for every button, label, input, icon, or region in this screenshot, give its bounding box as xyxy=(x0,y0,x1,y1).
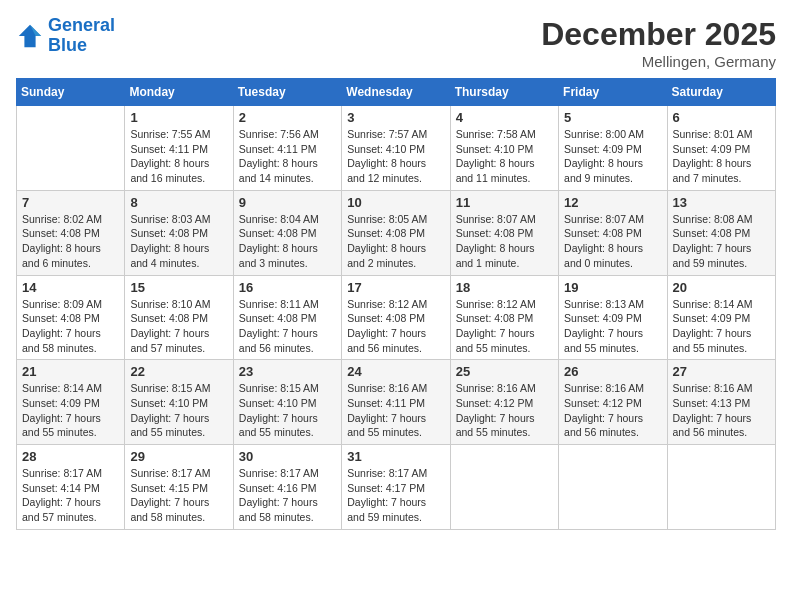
month-year: December 2025 xyxy=(541,16,776,53)
column-header-thursday: Thursday xyxy=(450,79,558,106)
day-number: 20 xyxy=(673,280,770,295)
calendar-cell: 10Sunrise: 8:05 AMSunset: 4:08 PMDayligh… xyxy=(342,190,450,275)
calendar-cell: 26Sunrise: 8:16 AMSunset: 4:12 PMDayligh… xyxy=(559,360,667,445)
calendar-header-row: SundayMondayTuesdayWednesdayThursdayFrid… xyxy=(17,79,776,106)
day-info: Sunrise: 8:15 AMSunset: 4:10 PMDaylight:… xyxy=(130,381,227,440)
calendar-cell xyxy=(17,106,125,191)
day-number: 4 xyxy=(456,110,553,125)
day-number: 24 xyxy=(347,364,444,379)
day-info: Sunrise: 8:00 AMSunset: 4:09 PMDaylight:… xyxy=(564,127,661,186)
calendar-cell: 30Sunrise: 8:17 AMSunset: 4:16 PMDayligh… xyxy=(233,445,341,530)
day-info: Sunrise: 8:03 AMSunset: 4:08 PMDaylight:… xyxy=(130,212,227,271)
calendar-cell: 9Sunrise: 8:04 AMSunset: 4:08 PMDaylight… xyxy=(233,190,341,275)
day-info: Sunrise: 8:07 AMSunset: 4:08 PMDaylight:… xyxy=(564,212,661,271)
day-number: 7 xyxy=(22,195,119,210)
day-info: Sunrise: 8:17 AMSunset: 4:16 PMDaylight:… xyxy=(239,466,336,525)
calendar-week-5: 28Sunrise: 8:17 AMSunset: 4:14 PMDayligh… xyxy=(17,445,776,530)
day-number: 29 xyxy=(130,449,227,464)
day-info: Sunrise: 8:07 AMSunset: 4:08 PMDaylight:… xyxy=(456,212,553,271)
calendar-cell: 22Sunrise: 8:15 AMSunset: 4:10 PMDayligh… xyxy=(125,360,233,445)
day-number: 5 xyxy=(564,110,661,125)
day-number: 21 xyxy=(22,364,119,379)
location: Mellingen, Germany xyxy=(541,53,776,70)
day-info: Sunrise: 8:13 AMSunset: 4:09 PMDaylight:… xyxy=(564,297,661,356)
page-header: General Blue December 2025 Mellingen, Ge… xyxy=(16,16,776,70)
day-info: Sunrise: 8:17 AMSunset: 4:14 PMDaylight:… xyxy=(22,466,119,525)
day-number: 30 xyxy=(239,449,336,464)
day-number: 1 xyxy=(130,110,227,125)
calendar-cell: 20Sunrise: 8:14 AMSunset: 4:09 PMDayligh… xyxy=(667,275,775,360)
column-header-wednesday: Wednesday xyxy=(342,79,450,106)
day-info: Sunrise: 8:14 AMSunset: 4:09 PMDaylight:… xyxy=(22,381,119,440)
calendar-cell: 12Sunrise: 8:07 AMSunset: 4:08 PMDayligh… xyxy=(559,190,667,275)
calendar-cell: 25Sunrise: 8:16 AMSunset: 4:12 PMDayligh… xyxy=(450,360,558,445)
calendar-cell: 21Sunrise: 8:14 AMSunset: 4:09 PMDayligh… xyxy=(17,360,125,445)
day-number: 2 xyxy=(239,110,336,125)
calendar-week-2: 7Sunrise: 8:02 AMSunset: 4:08 PMDaylight… xyxy=(17,190,776,275)
calendar-cell: 28Sunrise: 8:17 AMSunset: 4:14 PMDayligh… xyxy=(17,445,125,530)
day-info: Sunrise: 8:12 AMSunset: 4:08 PMDaylight:… xyxy=(456,297,553,356)
calendar-cell: 23Sunrise: 8:15 AMSunset: 4:10 PMDayligh… xyxy=(233,360,341,445)
calendar-cell: 14Sunrise: 8:09 AMSunset: 4:08 PMDayligh… xyxy=(17,275,125,360)
day-info: Sunrise: 8:16 AMSunset: 4:12 PMDaylight:… xyxy=(564,381,661,440)
calendar-cell: 15Sunrise: 8:10 AMSunset: 4:08 PMDayligh… xyxy=(125,275,233,360)
calendar-cell: 4Sunrise: 7:58 AMSunset: 4:10 PMDaylight… xyxy=(450,106,558,191)
calendar-cell: 5Sunrise: 8:00 AMSunset: 4:09 PMDaylight… xyxy=(559,106,667,191)
calendar-cell: 31Sunrise: 8:17 AMSunset: 4:17 PMDayligh… xyxy=(342,445,450,530)
calendar-cell xyxy=(450,445,558,530)
day-info: Sunrise: 7:55 AMSunset: 4:11 PMDaylight:… xyxy=(130,127,227,186)
day-number: 22 xyxy=(130,364,227,379)
logo-text: General Blue xyxy=(48,16,115,56)
calendar-cell: 13Sunrise: 8:08 AMSunset: 4:08 PMDayligh… xyxy=(667,190,775,275)
day-info: Sunrise: 8:11 AMSunset: 4:08 PMDaylight:… xyxy=(239,297,336,356)
calendar-cell xyxy=(559,445,667,530)
calendar-week-4: 21Sunrise: 8:14 AMSunset: 4:09 PMDayligh… xyxy=(17,360,776,445)
calendar-cell: 7Sunrise: 8:02 AMSunset: 4:08 PMDaylight… xyxy=(17,190,125,275)
day-number: 17 xyxy=(347,280,444,295)
day-info: Sunrise: 8:17 AMSunset: 4:17 PMDaylight:… xyxy=(347,466,444,525)
logo: General Blue xyxy=(16,16,115,56)
day-info: Sunrise: 8:04 AMSunset: 4:08 PMDaylight:… xyxy=(239,212,336,271)
calendar-cell: 16Sunrise: 8:11 AMSunset: 4:08 PMDayligh… xyxy=(233,275,341,360)
day-info: Sunrise: 8:15 AMSunset: 4:10 PMDaylight:… xyxy=(239,381,336,440)
calendar-cell: 18Sunrise: 8:12 AMSunset: 4:08 PMDayligh… xyxy=(450,275,558,360)
day-info: Sunrise: 8:08 AMSunset: 4:08 PMDaylight:… xyxy=(673,212,770,271)
calendar-week-1: 1Sunrise: 7:55 AMSunset: 4:11 PMDaylight… xyxy=(17,106,776,191)
calendar-cell: 6Sunrise: 8:01 AMSunset: 4:09 PMDaylight… xyxy=(667,106,775,191)
calendar-cell: 17Sunrise: 8:12 AMSunset: 4:08 PMDayligh… xyxy=(342,275,450,360)
calendar-cell: 3Sunrise: 7:57 AMSunset: 4:10 PMDaylight… xyxy=(342,106,450,191)
calendar-cell: 24Sunrise: 8:16 AMSunset: 4:11 PMDayligh… xyxy=(342,360,450,445)
day-number: 23 xyxy=(239,364,336,379)
day-info: Sunrise: 8:05 AMSunset: 4:08 PMDaylight:… xyxy=(347,212,444,271)
day-info: Sunrise: 8:09 AMSunset: 4:08 PMDaylight:… xyxy=(22,297,119,356)
day-info: Sunrise: 8:01 AMSunset: 4:09 PMDaylight:… xyxy=(673,127,770,186)
day-info: Sunrise: 7:58 AMSunset: 4:10 PMDaylight:… xyxy=(456,127,553,186)
day-number: 12 xyxy=(564,195,661,210)
column-header-saturday: Saturday xyxy=(667,79,775,106)
day-number: 8 xyxy=(130,195,227,210)
day-number: 16 xyxy=(239,280,336,295)
calendar-cell xyxy=(667,445,775,530)
day-number: 11 xyxy=(456,195,553,210)
calendar-cell: 29Sunrise: 8:17 AMSunset: 4:15 PMDayligh… xyxy=(125,445,233,530)
calendar-cell: 2Sunrise: 7:56 AMSunset: 4:11 PMDaylight… xyxy=(233,106,341,191)
day-number: 25 xyxy=(456,364,553,379)
day-number: 14 xyxy=(22,280,119,295)
day-info: Sunrise: 7:56 AMSunset: 4:11 PMDaylight:… xyxy=(239,127,336,186)
day-number: 9 xyxy=(239,195,336,210)
title-block: December 2025 Mellingen, Germany xyxy=(541,16,776,70)
column-header-tuesday: Tuesday xyxy=(233,79,341,106)
column-header-sunday: Sunday xyxy=(17,79,125,106)
day-info: Sunrise: 8:02 AMSunset: 4:08 PMDaylight:… xyxy=(22,212,119,271)
day-number: 28 xyxy=(22,449,119,464)
day-number: 19 xyxy=(564,280,661,295)
calendar-table: SundayMondayTuesdayWednesdayThursdayFrid… xyxy=(16,78,776,530)
day-info: Sunrise: 8:12 AMSunset: 4:08 PMDaylight:… xyxy=(347,297,444,356)
day-info: Sunrise: 8:16 AMSunset: 4:11 PMDaylight:… xyxy=(347,381,444,440)
day-number: 10 xyxy=(347,195,444,210)
day-number: 15 xyxy=(130,280,227,295)
column-header-monday: Monday xyxy=(125,79,233,106)
calendar-cell: 19Sunrise: 8:13 AMSunset: 4:09 PMDayligh… xyxy=(559,275,667,360)
calendar-cell: 1Sunrise: 7:55 AMSunset: 4:11 PMDaylight… xyxy=(125,106,233,191)
calendar-week-3: 14Sunrise: 8:09 AMSunset: 4:08 PMDayligh… xyxy=(17,275,776,360)
